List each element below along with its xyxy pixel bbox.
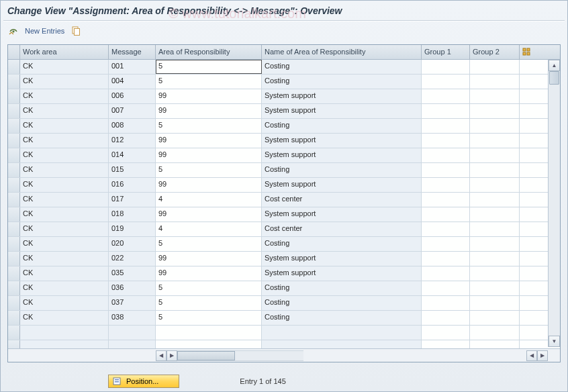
- cell-group1[interactable]: [422, 340, 470, 348]
- cell-group1[interactable]: [422, 163, 470, 177]
- cell-area[interactable]: 4: [156, 222, 262, 236]
- cell-group2[interactable]: [470, 281, 520, 295]
- cell-name[interactable]: [262, 340, 422, 348]
- cell-area[interactable]: 99: [156, 252, 262, 266]
- cell-message[interactable]: 016: [109, 178, 156, 192]
- table-row[interactable]: CK0385Costing: [8, 311, 560, 326]
- cell-area[interactable]: 5: [156, 163, 262, 177]
- cell-work-area[interactable]: CK: [20, 60, 109, 74]
- cell-work-area[interactable]: CK: [20, 266, 109, 281]
- cell-name[interactable]: System support: [262, 148, 422, 162]
- scroll-thumb[interactable]: [549, 71, 559, 85]
- cell-message[interactable]: 035: [109, 266, 156, 281]
- cell-area[interactable]: 5: [156, 281, 262, 295]
- column-header-work-area[interactable]: Work area: [20, 45, 109, 59]
- column-header-selector[interactable]: [8, 45, 20, 59]
- cell-work-area[interactable]: CK: [20, 193, 109, 207]
- cell-group1[interactable]: [422, 60, 470, 74]
- cell-area[interactable]: 99: [156, 104, 262, 118]
- row-selector[interactable]: [8, 193, 20, 207]
- cell-group2[interactable]: [470, 237, 520, 251]
- cell-group1[interactable]: [422, 266, 470, 281]
- table-row[interactable]: CK0365Costing: [8, 281, 560, 296]
- table-row[interactable]: CK0205Costing: [8, 237, 560, 252]
- copy-icon[interactable]: [70, 25, 82, 37]
- row-selector[interactable]: [8, 148, 20, 162]
- table-row[interactable]: CK01699System support: [8, 178, 560, 193]
- cell-message[interactable]: 022: [109, 252, 156, 266]
- cell-work-area[interactable]: CK: [20, 119, 109, 133]
- hscroll-track[interactable]: [177, 350, 303, 361]
- row-selector[interactable]: [8, 311, 20, 325]
- row-selector[interactable]: [8, 104, 20, 118]
- cell-group2[interactable]: [470, 266, 520, 281]
- cell-name[interactable]: System support: [262, 207, 422, 222]
- cell-message[interactable]: 017: [109, 193, 156, 207]
- cell-message[interactable]: 007: [109, 104, 156, 118]
- cell-message[interactable]: 004: [109, 75, 156, 89]
- cell-work-area[interactable]: CK: [20, 281, 109, 295]
- cell-group2[interactable]: [470, 296, 520, 310]
- cell-name[interactable]: [262, 326, 422, 340]
- cell-name[interactable]: System support: [262, 104, 422, 118]
- row-selector[interactable]: [8, 222, 20, 236]
- hscroll-left-arrow2-icon[interactable]: ◀: [526, 350, 537, 361]
- hscroll-left-arrow-icon[interactable]: ◀: [156, 350, 167, 361]
- cell-work-area[interactable]: CK: [20, 89, 109, 103]
- table-row[interactable]: CK0085Costing: [8, 119, 560, 134]
- cell-group2[interactable]: [470, 60, 520, 74]
- cell-work-area[interactable]: [20, 340, 109, 348]
- cell-group1[interactable]: [422, 281, 470, 295]
- cell-area[interactable]: 5: [156, 311, 262, 325]
- row-selector[interactable]: [8, 296, 20, 310]
- cell-group1[interactable]: [422, 193, 470, 207]
- cell-message[interactable]: 014: [109, 148, 156, 162]
- cell-name[interactable]: Costing: [262, 311, 422, 325]
- cell-name[interactable]: Cost center: [262, 193, 422, 207]
- table-row[interactable]: CK0045Costing: [8, 75, 560, 89]
- cell-group1[interactable]: [422, 311, 470, 325]
- hscroll-thumb[interactable]: [177, 351, 235, 360]
- new-entries-button[interactable]: New Entries: [25, 27, 64, 35]
- cell-work-area[interactable]: CK: [20, 148, 109, 162]
- cell-group2[interactable]: [470, 222, 520, 236]
- cell-name[interactable]: System support: [262, 252, 422, 266]
- row-selector[interactable]: [8, 119, 20, 133]
- cell-group2[interactable]: [470, 311, 520, 325]
- row-selector[interactable]: [8, 89, 20, 103]
- cell-area[interactable]: 99: [156, 207, 262, 222]
- cell-work-area[interactable]: CK: [20, 296, 109, 310]
- scroll-track[interactable]: [549, 71, 560, 336]
- cell-group1[interactable]: [422, 326, 470, 340]
- row-selector[interactable]: [8, 281, 20, 295]
- cell-group1[interactable]: [422, 104, 470, 118]
- cell-work-area[interactable]: CK: [20, 237, 109, 251]
- cell-group2[interactable]: [470, 104, 520, 118]
- row-selector[interactable]: [8, 60, 20, 74]
- table-row[interactable]: CK01499System support: [8, 148, 560, 163]
- cell-work-area[interactable]: CK: [20, 163, 109, 177]
- column-header-name[interactable]: Name of Area of Responsibility: [262, 45, 422, 59]
- cell-message[interactable]: 020: [109, 237, 156, 251]
- toggle-display-icon[interactable]: [7, 25, 19, 37]
- cell-area[interactable]: 5: [156, 119, 262, 133]
- cell-area[interactable]: 99: [156, 266, 262, 281]
- cell-message[interactable]: 037: [109, 296, 156, 310]
- cell-area[interactable]: 4: [156, 193, 262, 207]
- cell-work-area[interactable]: CK: [20, 222, 109, 236]
- hscroll-right-arrow2-icon[interactable]: ▶: [537, 350, 548, 361]
- cell-message[interactable]: 012: [109, 134, 156, 148]
- cell-group1[interactable]: [422, 119, 470, 133]
- cell-work-area[interactable]: CK: [20, 207, 109, 222]
- cell-message[interactable]: 018: [109, 207, 156, 222]
- cell-work-area[interactable]: CK: [20, 104, 109, 118]
- cell-group2[interactable]: [470, 148, 520, 162]
- row-selector[interactable]: [8, 163, 20, 177]
- table-row[interactable]: CK0155Costing: [8, 163, 560, 178]
- cell-group2[interactable]: [470, 178, 520, 192]
- cell-area[interactable]: [156, 326, 262, 340]
- cell-group1[interactable]: [422, 148, 470, 162]
- cell-group2[interactable]: [470, 119, 520, 133]
- cell-message[interactable]: 008: [109, 119, 156, 133]
- table-row[interactable]: CK03599System support: [8, 266, 560, 281]
